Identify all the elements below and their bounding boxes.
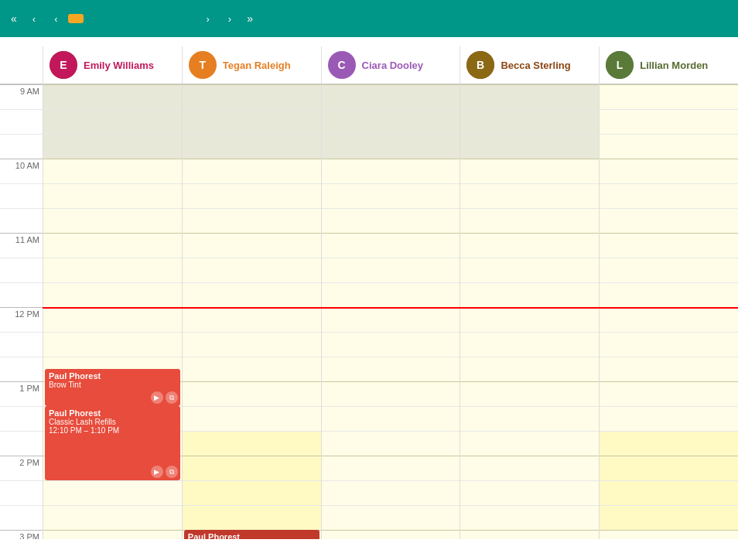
calendar-cell[interactable] (183, 431, 321, 456)
calendar-cell[interactable] (183, 381, 321, 406)
calendar-cell[interactable] (43, 208, 182, 233)
double-next-button[interactable]: » (242, 9, 258, 28)
next-week-button[interactable]: › (220, 9, 239, 29)
calendar-cell[interactable] (460, 282, 599, 307)
calendar-cell[interactable] (322, 332, 460, 357)
calendar-cell[interactable] (460, 84, 599, 109)
calendar-cell[interactable] (600, 480, 738, 505)
calendar-cell[interactable] (183, 307, 321, 332)
calendar-cell[interactable] (460, 406, 599, 431)
appointment-action-icon[interactable]: ⧉ (166, 391, 178, 404)
sat-button[interactable] (124, 14, 139, 23)
calendar-cell[interactable] (600, 332, 738, 357)
calendar-cell[interactable] (322, 357, 460, 381)
appointment-block-0[interactable]: Paul PhorestBrow Tint▶⧉ (45, 369, 180, 406)
calendar-cell[interactable] (183, 505, 321, 530)
calendar-cell[interactable] (600, 134, 738, 159)
calendar-cell[interactable] (460, 505, 599, 530)
calendar-cell[interactable] (183, 406, 321, 431)
calendar-cell[interactable] (43, 84, 182, 109)
calendar-cell[interactable] (600, 208, 738, 233)
calendar-cell[interactable] (43, 183, 182, 208)
calendar-cell[interactable] (460, 357, 599, 381)
calendar-cell[interactable] (322, 84, 460, 109)
today-button[interactable] (68, 14, 84, 23)
calendar-cell[interactable] (460, 208, 599, 233)
calendar-cell[interactable] (600, 505, 738, 530)
calendar-cell[interactable] (460, 456, 599, 480)
calendar-cell[interactable] (322, 159, 460, 183)
calendar-cell[interactable] (183, 84, 321, 109)
calendar-cell[interactable] (600, 183, 738, 208)
calendar-cell[interactable] (43, 109, 182, 134)
calendar-cell[interactable] (43, 505, 182, 530)
calendar-cell[interactable] (460, 134, 599, 159)
calendar-cell[interactable] (183, 208, 321, 233)
appointment-action-icon[interactable]: ▶ (151, 391, 163, 404)
calendar-cell[interactable] (43, 258, 182, 282)
calendar-cell[interactable] (460, 183, 599, 208)
calendar-cell[interactable] (600, 109, 738, 134)
calendar-cell[interactable] (322, 530, 460, 539)
calendar-cell[interactable] (460, 307, 599, 332)
calendar-cell[interactable] (183, 258, 321, 282)
calendar-cell[interactable] (600, 456, 738, 480)
calendar-cell[interactable] (43, 159, 182, 183)
staff-col-becca[interactable] (460, 84, 599, 539)
thu-button[interactable] (87, 14, 102, 23)
calendar-cell[interactable] (460, 159, 599, 183)
calendar-cell[interactable] (183, 183, 321, 208)
calendar-cell[interactable] (460, 381, 599, 406)
calendar-cell[interactable] (322, 480, 460, 505)
calendar-cell[interactable] (322, 406, 460, 431)
double-prev-button[interactable]: « (6, 9, 22, 28)
calendar-cell[interactable] (43, 332, 182, 357)
calendar-cell[interactable] (322, 505, 460, 530)
calendar-cell[interactable] (600, 282, 738, 307)
calendar-cell[interactable] (460, 431, 599, 456)
calendar-cell[interactable] (600, 381, 738, 406)
appointment-action-icon[interactable]: ⧉ (166, 466, 178, 478)
calendar-cell[interactable] (460, 332, 599, 357)
calendar-cell[interactable] (43, 307, 182, 332)
calendar-cell[interactable] (183, 159, 321, 183)
calendar-cell[interactable] (460, 258, 599, 282)
calendar-cell[interactable] (43, 530, 182, 539)
calendar-cell[interactable] (600, 406, 738, 431)
prev-day-button[interactable]: ‹ (46, 9, 65, 29)
next-day-button[interactable]: › (198, 9, 217, 29)
calendar-cell[interactable] (600, 307, 738, 332)
calendar-cell[interactable] (460, 480, 599, 505)
calendar-cell[interactable] (322, 431, 460, 456)
calendar-cell[interactable] (322, 233, 460, 258)
calendar-cell[interactable] (460, 109, 599, 134)
calendar-cell[interactable] (43, 134, 182, 159)
calendar-cell[interactable] (600, 233, 738, 258)
mon-button[interactable] (161, 14, 176, 23)
calendar-cell[interactable] (600, 258, 738, 282)
appointment-block-1[interactable]: Paul PhorestClassic Lash Refills12:10 PM… (45, 406, 180, 480)
fri-button[interactable] (105, 14, 121, 23)
calendar-cell[interactable] (600, 357, 738, 381)
calendar-cell[interactable] (43, 282, 182, 307)
calendar-cell[interactable] (460, 530, 599, 539)
calendar-cell[interactable] (600, 159, 738, 183)
appointment-action-icon[interactable]: ▶ (151, 466, 163, 478)
calendar-cell[interactable] (43, 233, 182, 258)
calendar-cell[interactable] (322, 208, 460, 233)
calendar-cell[interactable] (600, 530, 738, 539)
calendar-cell[interactable] (322, 456, 460, 480)
staff-col-lillian[interactable] (599, 84, 738, 539)
calendar-cell[interactable] (183, 233, 321, 258)
calendar-cell[interactable] (183, 480, 321, 505)
sun-button[interactable] (142, 14, 158, 23)
tue-button[interactable] (179, 14, 195, 23)
calendar-cell[interactable] (322, 381, 460, 406)
calendar-cell[interactable] (600, 84, 738, 109)
calendar-cell[interactable] (43, 480, 182, 505)
calendar-cell[interactable] (183, 456, 321, 480)
staff-col-tegan[interactable]: Paul PhorestActive Vitamin Treatment (3 … (182, 84, 321, 539)
calendar-cell[interactable] (600, 431, 738, 456)
calendar-cell[interactable] (183, 109, 321, 134)
calendar-cell[interactable] (322, 109, 460, 134)
